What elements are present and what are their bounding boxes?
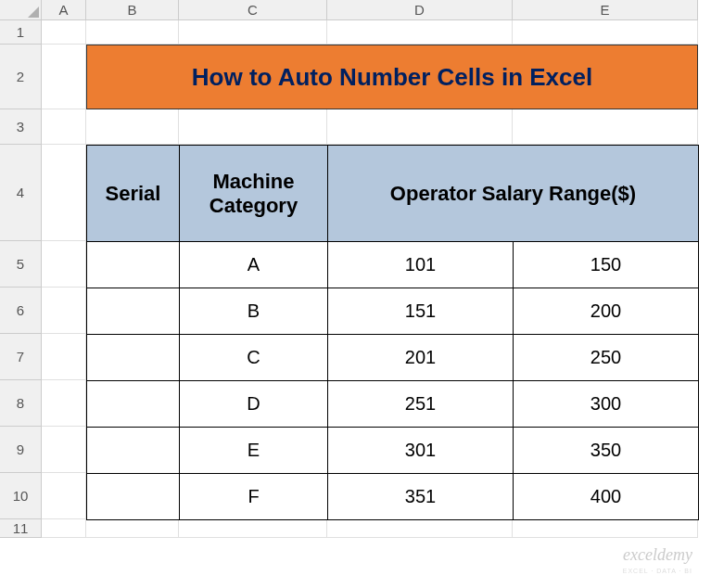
row-header-6[interactable]: 6	[0, 288, 42, 334]
cell-C1[interactable]	[179, 20, 327, 45]
table-row: A101150	[87, 242, 699, 288]
col-header-d[interactable]: D	[327, 0, 513, 20]
cell-B3[interactable]	[86, 109, 179, 145]
row-header-8[interactable]: 8	[0, 380, 42, 427]
header-serial[interactable]: Serial	[87, 146, 180, 242]
cell-salary-low[interactable]: 301	[328, 428, 514, 474]
row-header-5[interactable]: 5	[0, 241, 42, 288]
col-header-e[interactable]: E	[513, 0, 698, 20]
table-row: D251300	[87, 381, 699, 428]
col-header-b[interactable]: B	[86, 0, 179, 20]
header-salary[interactable]: Operator Salary Range($)	[328, 146, 699, 242]
data-table: Serial Machine Category Operator Salary …	[86, 145, 699, 520]
title-text: How to Auto Number Cells in Excel	[192, 63, 592, 92]
col-header-a[interactable]: A	[42, 0, 86, 20]
cell-category[interactable]: B	[180, 288, 328, 335]
cell-salary-low[interactable]: 201	[328, 335, 514, 381]
row-header-9[interactable]: 9	[0, 427, 42, 473]
cell-B11[interactable]	[86, 519, 179, 538]
select-all-triangle[interactable]	[0, 0, 42, 20]
cell-serial[interactable]	[87, 474, 180, 520]
column-headers: ABCDE	[42, 0, 698, 20]
row-header-2[interactable]: 2	[0, 45, 42, 109]
cell-A3[interactable]	[42, 109, 86, 145]
cell-A4[interactable]	[42, 145, 86, 241]
cell-E11[interactable]	[513, 519, 698, 538]
cell-salary-high[interactable]: 150	[514, 242, 699, 288]
cell-A1[interactable]	[42, 20, 86, 45]
cell-C11[interactable]	[179, 519, 327, 538]
cell-A6[interactable]	[42, 288, 86, 334]
cell-serial[interactable]	[87, 428, 180, 474]
row-header-10[interactable]: 10	[0, 473, 42, 519]
row-header-1[interactable]: 1	[0, 20, 42, 45]
cell-E3[interactable]	[513, 109, 698, 145]
watermark-sub: EXCEL · DATA · BI	[623, 568, 692, 574]
cell-A9[interactable]	[42, 427, 86, 473]
cell-D1[interactable]	[327, 20, 513, 45]
cell-C3[interactable]	[179, 109, 327, 145]
cell-salary-high[interactable]: 400	[514, 474, 699, 520]
cell-A11[interactable]	[42, 519, 86, 538]
cell-salary-high[interactable]: 200	[514, 288, 699, 335]
cell-salary-high[interactable]: 250	[514, 335, 699, 381]
title-banner: How to Auto Number Cells in Excel	[86, 45, 698, 109]
cell-serial[interactable]	[87, 288, 180, 335]
cell-category[interactable]: C	[180, 335, 328, 381]
table-row: F351400	[87, 474, 699, 520]
cell-salary-low[interactable]: 351	[328, 474, 514, 520]
cell-salary-low[interactable]: 101	[328, 242, 514, 288]
table-row: E301350	[87, 428, 699, 474]
table-row: C201250	[87, 335, 699, 381]
cell-category[interactable]: D	[180, 381, 328, 428]
cell-salary-high[interactable]: 300	[514, 381, 699, 428]
cell-A10[interactable]	[42, 473, 86, 519]
cell-A2[interactable]	[42, 45, 86, 109]
watermark: exceldemy	[623, 545, 692, 565]
header-category[interactable]: Machine Category	[180, 146, 328, 242]
cell-serial[interactable]	[87, 381, 180, 428]
cell-salary-high[interactable]: 350	[514, 428, 699, 474]
row-header-4[interactable]: 4	[0, 145, 42, 241]
cell-D3[interactable]	[327, 109, 513, 145]
row-header-3[interactable]: 3	[0, 109, 42, 145]
cell-category[interactable]: A	[180, 242, 328, 288]
cell-category[interactable]: F	[180, 474, 328, 520]
cell-E1[interactable]	[513, 20, 698, 45]
cell-salary-low[interactable]: 151	[328, 288, 514, 335]
cell-category[interactable]: E	[180, 428, 328, 474]
row-header-11[interactable]: 11	[0, 519, 42, 538]
col-header-c[interactable]: C	[179, 0, 327, 20]
cell-serial[interactable]	[87, 335, 180, 381]
cell-A7[interactable]	[42, 334, 86, 380]
cell-A8[interactable]	[42, 380, 86, 427]
cell-serial[interactable]	[87, 242, 180, 288]
cell-A5[interactable]	[42, 241, 86, 288]
cell-D11[interactable]	[327, 519, 513, 538]
table-row: B151200	[87, 288, 699, 335]
cell-B1[interactable]	[86, 20, 179, 45]
cell-salary-low[interactable]: 251	[328, 381, 514, 428]
row-headers: 1234567891011	[0, 20, 42, 538]
row-header-7[interactable]: 7	[0, 334, 42, 380]
